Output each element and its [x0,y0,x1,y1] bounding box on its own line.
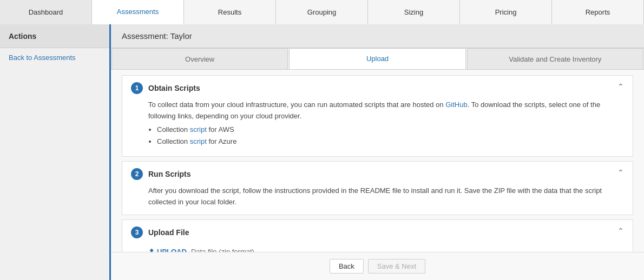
assessment-title: Assessment: Taylor [111,24,644,48]
section-body-upload-file: ⬆ UPLOAD Data file (zip format) [122,244,633,252]
section-upload-file-title-row: 3 Upload File [131,226,189,238]
back-to-assessments-link[interactable]: Back to Assessments [0,48,109,67]
section-number-3: 3 [131,226,143,238]
azure-script-link[interactable]: script [190,137,207,145]
footer-bar: Back Save & Next [111,252,644,280]
tab-assessments[interactable]: Assessments [92,0,184,24]
back-button[interactable]: Back [330,259,364,274]
section-title-run-scripts: Run Scripts [148,170,191,178]
content-scroll: 1 Obtain Scripts ⌃ To collect data from … [111,70,644,252]
chevron-icon-3[interactable]: ⌃ [617,226,624,235]
tab-dashboard[interactable]: Dashboard [0,0,92,24]
sub-tabs: Overview Upload Validate and Create Inve… [111,48,644,70]
section-run-scripts: 2 Run Scripts ⌃ After you download the s… [122,161,633,215]
obtain-scripts-intro: To collect data from your cloud infrastr… [148,101,600,120]
tab-grouping[interactable]: Grouping [276,0,368,24]
tab-reports[interactable]: Reports [552,0,644,24]
tab-results[interactable]: Results [184,0,276,24]
sidebar: Actions Back to Assessments [0,24,111,280]
section-title-obtain-scripts: Obtain Scripts [148,84,200,92]
section-title-upload-file: Upload File [148,228,189,237]
chevron-icon-2[interactable]: ⌃ [617,168,624,177]
tab-sizing[interactable]: Sizing [368,0,460,24]
sidebar-header: Actions [0,24,109,48]
upload-icon: ⬆ [148,246,155,252]
section-upload-file: 3 Upload File ⌃ ⬆ UPLOAD Data file (zip … [122,219,633,252]
section-run-scripts-title-row: 2 Run Scripts [131,168,191,180]
section-obtain-scripts-header: 1 Obtain Scripts ⌃ [122,76,633,99]
subtab-validate[interactable]: Validate and Create Inventory [467,48,643,69]
upload-button[interactable]: ⬆ UPLOAD [148,246,187,252]
upload-label[interactable]: UPLOAD [157,246,187,252]
chevron-icon-1[interactable]: ⌃ [617,82,624,91]
script-links-list: Collection script for AWS Collection scr… [157,124,624,148]
upload-hint: Data file (zip format) [191,246,254,252]
aws-script-link[interactable]: script [190,125,207,134]
tab-pricing[interactable]: Pricing [460,0,552,24]
section-obtain-scripts: 1 Obtain Scripts ⌃ To collect data from … [122,75,633,157]
save-next-button[interactable]: Save & Next [368,259,425,274]
section-obtain-scripts-title-row: 1 Obtain Scripts [131,82,200,94]
section-body-run-scripts: After you download the script, follow th… [122,185,633,215]
upload-row: ⬆ UPLOAD Data file (zip format) [148,244,624,252]
section-number-1: 1 [131,82,143,94]
aws-script-item: Collection script for AWS [157,124,624,136]
section-body-obtain-scripts: To collect data from your cloud infrastr… [122,99,633,156]
section-number-2: 2 [131,168,143,180]
run-scripts-text: After you download the script, follow th… [148,186,602,206]
azure-script-item: Collection script for Azure [157,136,624,148]
section-run-scripts-header: 2 Run Scripts ⌃ [122,162,633,185]
section-upload-file-header: 3 Upload File ⌃ [122,220,633,244]
main-layout: Actions Back to Assessments Assessment: … [0,24,644,280]
content-area: Assessment: Taylor Overview Upload Valid… [111,24,644,280]
subtab-overview[interactable]: Overview [111,48,288,69]
top-navigation: Dashboard Assessments Results Grouping S… [0,0,644,24]
github-link[interactable]: GitHub [445,101,467,109]
subtab-upload[interactable]: Upload [289,48,465,69]
